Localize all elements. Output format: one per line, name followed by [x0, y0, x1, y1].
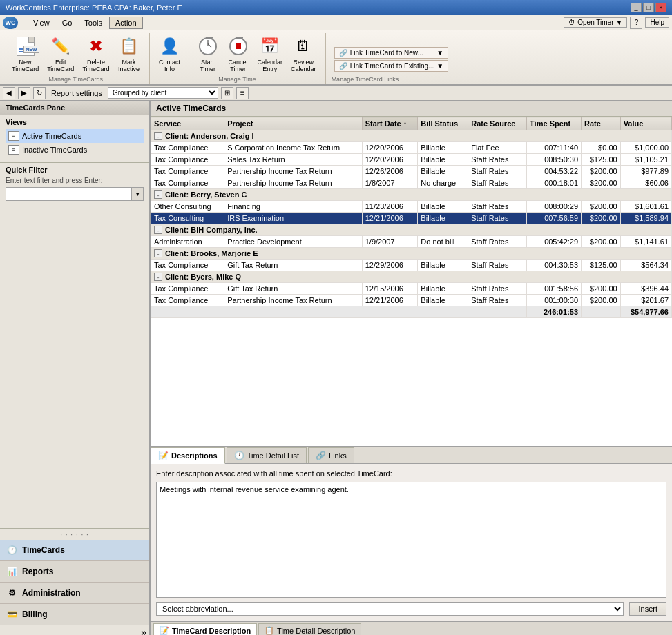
col-bill-status[interactable]: Bill Status	[418, 117, 468, 130]
toolbar-refresh-button[interactable]: ↻	[33, 87, 46, 99]
start-timer-button[interactable]: Start Timer	[193, 33, 222, 75]
ribbon-group-contact-timer: 👤 Contact Info Start Timer	[150, 33, 326, 84]
table-row[interactable]: Tax Compliance Gift Tax Return 12/15/200…	[151, 283, 672, 295]
col-time-spent[interactable]: Time Spent	[527, 117, 582, 130]
menu-tools[interactable]: Tools	[79, 17, 108, 28]
edit-timecard-button[interactable]: ✏️ Edit TimeCard	[44, 33, 77, 75]
content-title: Active TimeCards	[151, 101, 672, 117]
description-textarea[interactable]	[156, 482, 666, 598]
cell-project: Gift Tax Return	[224, 283, 363, 295]
cell-project: Practice Development	[224, 236, 363, 248]
tab-descriptions[interactable]: 📝 Descriptions	[151, 447, 225, 464]
tab-links[interactable]: 🔗 Links	[308, 447, 354, 463]
col-start-date[interactable]: Start Date ↑	[362, 117, 418, 130]
client-group-row: -Client: Byers, Mike Q	[151, 271, 672, 283]
cell-rate: $125.00	[582, 260, 621, 271]
cell-time-spent: 007:11:40	[527, 142, 582, 154]
active-timecards-icon: ≡	[8, 131, 19, 141]
help-button[interactable]: Help	[645, 17, 669, 28]
table-row[interactable]: Tax Compliance S Corporation Income Tax …	[151, 142, 672, 154]
client-collapse-icon[interactable]: -	[154, 249, 162, 257]
table-container[interactable]: Service Project Start Date ↑ Bill Status…	[151, 117, 672, 446]
toolbar-forward-button[interactable]: ▶	[18, 87, 30, 99]
table-row[interactable]: Tax Compliance Sales Tax Return 12/20/20…	[151, 154, 672, 166]
tab-time-detail-list[interactable]: 🕐 Time Detail List	[227, 447, 307, 463]
table-row[interactable]: Administration Practice Development 1/9/…	[151, 236, 672, 248]
col-project[interactable]: Project	[224, 117, 363, 130]
contact-info-button[interactable]: 👤 Contact Info	[155, 33, 184, 75]
cell-rate: $125.00	[582, 154, 621, 166]
cell-project: Gift Tax Return	[224, 260, 363, 271]
toolbar-list-view-button[interactable]: ≡	[236, 87, 249, 99]
sub-tab-time-detail-description[interactable]: 📋 Time Detail Description	[258, 623, 361, 635]
client-group-row: -Client: Anderson, Craig I	[151, 130, 672, 142]
expand-nav-button[interactable]: »	[0, 625, 149, 635]
totals-rate	[582, 306, 621, 318]
mark-inactive-button[interactable]: 📋 Mark Inactive	[115, 33, 144, 75]
review-calendar-button[interactable]: 🗓 Review Calendar	[287, 33, 320, 75]
cell-start-date: 11/23/2006	[362, 201, 418, 213]
cell-bill-status: Do not bill	[418, 236, 468, 248]
table-row[interactable]: Tax Compliance Gift Tax Return 12/29/200…	[151, 260, 672, 271]
cell-start-date: 12/20/2006	[362, 154, 418, 166]
view-inactive-timecards[interactable]: ≡ Inactive TimeCards	[6, 143, 144, 157]
insert-button[interactable]: Insert	[629, 602, 666, 616]
link-existing-button[interactable]: 🔗 Link TimeCard to Existing... ▼	[334, 60, 449, 72]
col-service[interactable]: Service	[151, 117, 224, 130]
open-timer-button[interactable]: ⏱ Open Timer ▼	[564, 17, 627, 28]
sub-tab-timecard-description[interactable]: 📝 TimeCard Description	[153, 623, 257, 635]
col-rate-source[interactable]: Rate Source	[468, 117, 527, 130]
nav-timecards-label: TimeCards	[22, 545, 65, 555]
cell-rate-source: Flat Fee	[468, 142, 527, 154]
menu-go[interactable]: Go	[57, 17, 78, 28]
nav-administration[interactable]: ⚙ Administration	[0, 583, 149, 604]
grouped-by-select[interactable]: Grouped by client	[108, 87, 218, 99]
maximize-button[interactable]: □	[643, 3, 654, 12]
help-icon-button[interactable]: ?	[630, 17, 642, 29]
client-collapse-icon[interactable]: -	[154, 132, 162, 140]
nav-reports[interactable]: 📊 Reports	[0, 561, 149, 583]
table-row[interactable]: Tax Compliance Partnership Income Tax Re…	[151, 295, 672, 306]
abbreviation-select[interactable]: Select abbreviation...	[156, 602, 624, 616]
new-timecard-button[interactable]: NEW New TimeCard	[8, 33, 42, 75]
expand-icon: »	[141, 627, 146, 635]
calendar-entry-icon: 📅	[259, 35, 281, 57]
toolbar-grid-view-button[interactable]: ⊞	[221, 87, 233, 99]
sub-tabs: 📝 TimeCard Description 📋 Time Detail Des…	[151, 621, 672, 635]
link-new-button[interactable]: 🔗 Link TimeCard to New... ▼	[334, 47, 449, 59]
cell-start-date: 12/26/2006	[362, 166, 418, 177]
client-collapse-icon[interactable]: -	[154, 226, 162, 234]
minimize-button[interactable]: _	[631, 3, 642, 12]
view-active-timecards[interactable]: ≡ Active TimeCards	[6, 129, 144, 143]
table-row[interactable]: Tax Compliance Partnership Income Tax Re…	[151, 166, 672, 177]
menu-view[interactable]: View	[28, 17, 55, 28]
cancel-timer-button[interactable]: ⏹ Cancel Timer	[224, 33, 253, 75]
toolbar-back-button[interactable]: ◀	[3, 87, 15, 99]
table-row[interactable]: Tax Consulting IRS Examination 12/21/200…	[151, 213, 672, 224]
filter-dropdown-button[interactable]: ▼	[132, 187, 144, 201]
close-button[interactable]: ×	[655, 3, 666, 12]
table-row[interactable]: Other Consulting Financing 11/23/2006 Bi…	[151, 201, 672, 213]
cell-rate: $200.00	[582, 283, 621, 295]
client-collapse-icon[interactable]: -	[154, 273, 162, 281]
title-bar-controls[interactable]: _ □ ×	[631, 3, 666, 12]
sub-tab-detail-icon: 📋	[265, 626, 274, 635]
cell-service: Other Consulting	[151, 201, 224, 213]
filter-input[interactable]	[6, 187, 132, 201]
table-row[interactable]: Tax Compliance Partnership Income Tax Re…	[151, 177, 672, 189]
cell-service: Administration	[151, 236, 224, 248]
nav-billing-label: Billing	[22, 609, 48, 619]
calendar-entry-button[interactable]: 📅 Calendar Entry	[254, 33, 287, 75]
col-value[interactable]: Value	[620, 117, 671, 130]
col-rate[interactable]: Rate	[582, 117, 621, 130]
bottom-tabs: 📝 Descriptions 🕐 Time Detail List 🔗 Link…	[151, 447, 672, 464]
client-collapse-icon[interactable]: -	[154, 190, 162, 199]
cell-value: $564.34	[620, 260, 671, 271]
cell-rate-source: Staff Rates	[468, 236, 527, 248]
menu-action[interactable]: Action	[109, 17, 143, 29]
nav-timecards[interactable]: 🕐 TimeCards	[0, 540, 149, 561]
cell-value: $396.44	[620, 283, 671, 295]
links-tab-icon: 🔗	[316, 451, 326, 460]
nav-billing[interactable]: 💳 Billing	[0, 604, 149, 625]
delete-timecard-button[interactable]: ✖ Delete TimeCard	[79, 33, 113, 75]
